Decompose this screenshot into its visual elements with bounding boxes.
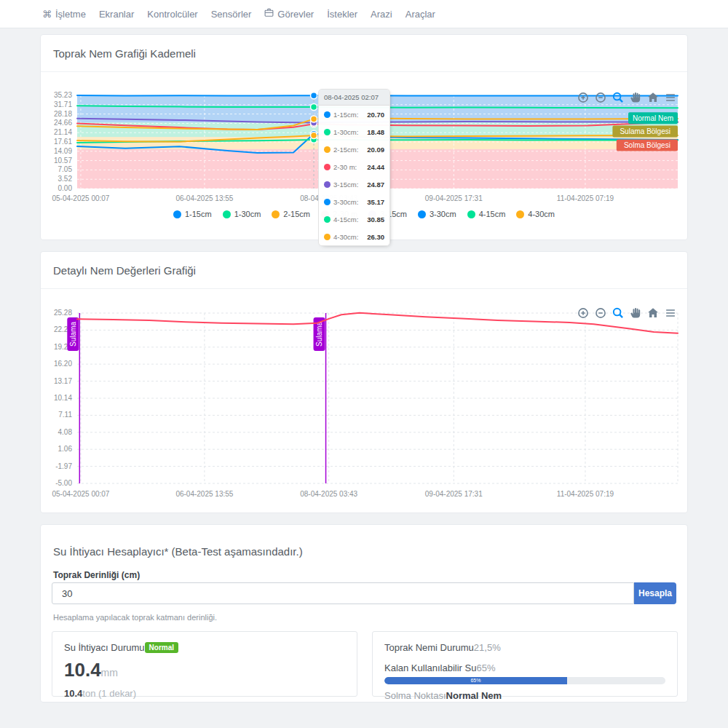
- tooltip-series-value: 18.48: [367, 128, 384, 136]
- tooltip-series-value: 24.87: [367, 181, 384, 189]
- legend-marker-icon: [223, 210, 231, 218]
- pan-button[interactable]: [629, 306, 641, 319]
- zoom-in-button[interactable]: [577, 91, 589, 103]
- svg-text:7.11: 7.11: [58, 411, 72, 419]
- legend-label: 2-15cm: [283, 210, 310, 218]
- svg-text:Sulama: Sulama: [315, 322, 323, 347]
- tooltip-series-value: 20.70: [367, 111, 384, 119]
- series-marker-icon: [324, 181, 331, 188]
- nav-item-label: Görevler: [277, 9, 314, 20]
- water-need-panel: Su İhtiyacı DurumuNormal 10.4mm 10.4ton …: [52, 631, 357, 697]
- legend-marker-icon: [418, 210, 426, 218]
- selection-zoom-icon: [612, 92, 624, 103]
- tooltip-row: 3-15cm:24.87: [319, 175, 389, 193]
- svg-text:Normal Nem: Normal Nem: [633, 114, 673, 122]
- ton-unit: ton (1 dekar): [82, 688, 136, 699]
- detailed-moisture-chart[interactable]: 25.2822.2519.2216.2013.1710.147.114.081.…: [41, 303, 689, 514]
- legend-item-4-30cm[interactable]: 4-30cm: [516, 210, 555, 218]
- zoom-out-button[interactable]: [594, 91, 606, 103]
- soil-depth-input[interactable]: [52, 582, 634, 604]
- tooltip-series-value: 26.30: [367, 233, 384, 241]
- svg-text:06-04-2025 13:55: 06-04-2025 13:55: [175, 194, 233, 202]
- tooltip-series-label: 1-30cm:: [333, 128, 358, 136]
- nav-item-arazi[interactable]: Arazi: [371, 9, 392, 20]
- svg-text:10.57: 10.57: [54, 157, 72, 165]
- status-badge: Normal: [145, 642, 178, 653]
- legend-item-1-30cm[interactable]: 1-30cm: [223, 210, 261, 218]
- detailed-chart-card: Detaylı Nem Değerleri Grafiği 25.2822.25…: [40, 251, 688, 513]
- legend-label: 1-15cm: [185, 210, 212, 218]
- tooltip-row: 2-15cm:20.09: [319, 141, 389, 158]
- pan-icon: [630, 307, 641, 319]
- top-nav: ⌘İşletmeEkranlarKontrolcülerSensörlerGör…: [0, 0, 728, 28]
- menu-icon: [665, 92, 676, 103]
- menu-icon: [665, 307, 676, 319]
- nav-item-ekranlar[interactable]: Ekranlar: [99, 9, 134, 20]
- command-icon: ⌘: [42, 9, 52, 20]
- svg-text:35.23: 35.23: [54, 91, 72, 99]
- svg-text:28.18: 28.18: [54, 110, 72, 118]
- tooltip-series-value: 30.85: [367, 215, 384, 223]
- svg-text:7.05: 7.05: [58, 165, 73, 173]
- legend-item-2-15cm[interactable]: 2-15cm: [272, 210, 310, 218]
- legend-item-4-15cm[interactable]: 4-15cm: [467, 210, 506, 218]
- svg-text:21.14: 21.14: [54, 128, 72, 136]
- nav-item-sensörler[interactable]: Sensörler: [211, 9, 252, 20]
- legend-label: 4-15cm: [479, 210, 506, 218]
- menu-button[interactable]: [664, 306, 676, 319]
- legend-label: 1-30cm: [234, 210, 261, 218]
- nav-item-label: Kontrolcüler: [147, 9, 197, 20]
- tooltip-row: 4-15cm:30.85: [319, 210, 389, 228]
- home-icon: [647, 92, 659, 103]
- home-button[interactable]: [646, 91, 659, 103]
- svg-text:-5.00: -5.00: [55, 479, 72, 487]
- nav-item-görevler[interactable]: Görevler: [264, 8, 314, 20]
- legend-item-1-15cm[interactable]: 1-15cm: [173, 210, 212, 218]
- available-water-progressbar: 65%: [384, 677, 665, 684]
- svg-text:06-04-2025 13:55: 06-04-2025 13:55: [175, 490, 233, 498]
- zoom-out-button[interactable]: [594, 306, 606, 319]
- calculate-button[interactable]: Hesapla: [634, 582, 676, 604]
- zoom-in-button[interactable]: [577, 306, 589, 319]
- series-marker-icon: [324, 216, 331, 223]
- available-water-row: Kalan Kullanılabilir Su65%: [384, 662, 665, 673]
- svg-text:11-04-2025 07:19: 11-04-2025 07:19: [557, 194, 614, 202]
- progress-label: 65%: [470, 678, 480, 684]
- nav-item-i̇şletme[interactable]: ⌘İşletme: [42, 9, 86, 20]
- series-marker-icon: [324, 129, 331, 135]
- nav-item-i̇stekler[interactable]: İstekler: [327, 9, 357, 20]
- menu-button[interactable]: [664, 91, 676, 103]
- zoom-out-icon: [595, 307, 606, 319]
- soil-moisture-panel: Toprak Nemi Durumu21,5% Kalan Kullanılab…: [372, 631, 678, 697]
- pan-button[interactable]: [629, 91, 641, 103]
- home-button[interactable]: [646, 306, 659, 319]
- svg-text:05-04-2025 00:07: 05-04-2025 00:07: [52, 194, 109, 202]
- available-water-label: Kalan Kullanılabilir Su: [384, 662, 476, 673]
- legend-item-3-30cm[interactable]: 3-30cm: [418, 210, 456, 218]
- selection-zoom-button[interactable]: [612, 306, 624, 319]
- nav-item-kontrolcüler[interactable]: Kontrolcüler: [147, 9, 197, 20]
- page: ⌘İşletmeEkranlarKontrolcülerSensörlerGör…: [0, 0, 728, 728]
- tooltip-series-label: 2-15cm:: [333, 146, 358, 154]
- selection-zoom-button[interactable]: [612, 91, 624, 103]
- water-need-row: Su İhtiyacı DurumuNormal: [64, 642, 345, 653]
- briefcase-icon: [264, 8, 274, 20]
- series-marker-icon: [324, 146, 331, 153]
- svg-text:16.20: 16.20: [54, 360, 72, 368]
- detailed-chart-title: Detaylı Nem Değerleri Grafiği: [53, 264, 196, 277]
- moisture-status-row: Toprak Nemi Durumu21,5%: [384, 642, 665, 653]
- tooltip-series-label: 2-30 m:: [333, 163, 357, 171]
- soil-depth-label: Toprak Derinliği (cm): [53, 570, 140, 580]
- nav-item-araçlar[interactable]: Araçlar: [405, 9, 435, 20]
- svg-text:Solma Bölgesi: Solma Bölgesi: [624, 141, 670, 149]
- legend-marker-icon: [173, 210, 181, 218]
- water-need-label: Su İhtiyacı Durumu: [64, 642, 145, 653]
- wilting-point-label: Solma Noktası: [384, 690, 446, 701]
- progress-fill: 65%: [384, 677, 567, 684]
- tooltip-timestamp: 08-04-2025 02:07: [319, 90, 389, 106]
- stepped-chart-title: Toprak Nem Grafiği Kademeli: [53, 47, 196, 60]
- tooltip-series-label: 4-30cm:: [333, 233, 358, 241]
- svg-text:14.09: 14.09: [54, 147, 72, 155]
- legend-marker-icon: [272, 210, 280, 218]
- selection-zoom-icon: [612, 307, 624, 319]
